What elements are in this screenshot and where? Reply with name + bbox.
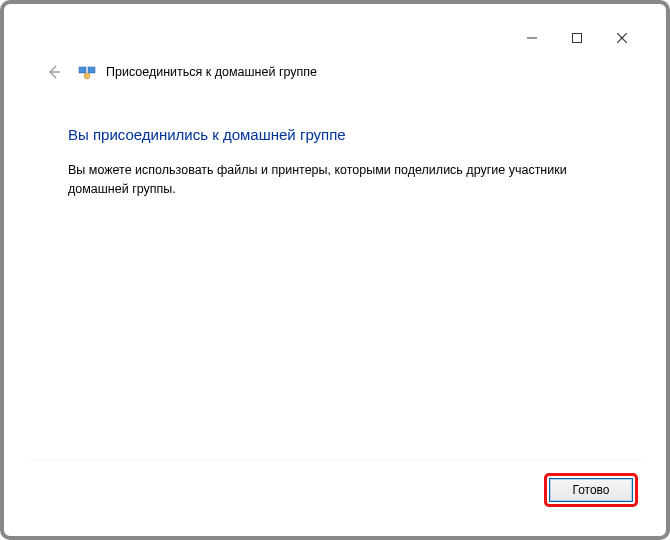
minimize-icon <box>527 33 537 43</box>
done-button[interactable]: Готово <box>549 478 633 502</box>
dialog-window: Присоединиться к домашней группе Вы прис… <box>26 22 644 518</box>
screenshot-frame: Присоединиться к домашней группе Вы прис… <box>0 0 670 540</box>
svg-rect-6 <box>88 67 95 73</box>
titlebar <box>26 22 644 52</box>
close-icon <box>617 33 627 43</box>
footer: Готово <box>26 460 644 518</box>
content-area: Вы присоединились к домашней группе Вы м… <box>26 102 644 460</box>
wizard-title: Присоединиться к домашней группе <box>106 65 317 79</box>
maximize-icon <box>572 33 582 43</box>
minimize-button[interactable] <box>509 24 554 52</box>
svg-point-7 <box>84 73 90 79</box>
close-button[interactable] <box>599 24 644 52</box>
body-text: Вы можете использовать файлы и принтеры,… <box>68 161 608 199</box>
wizard-header: Присоединиться к домашней группе <box>26 52 644 102</box>
page-heading: Вы присоединились к домашней группе <box>68 126 614 143</box>
back-arrow-icon <box>44 62 64 82</box>
svg-rect-5 <box>79 67 86 73</box>
maximize-button[interactable] <box>554 24 599 52</box>
done-button-highlight: Готово <box>544 473 638 507</box>
back-button[interactable] <box>40 58 68 86</box>
homegroup-icon <box>78 63 96 81</box>
svg-rect-1 <box>572 34 581 43</box>
